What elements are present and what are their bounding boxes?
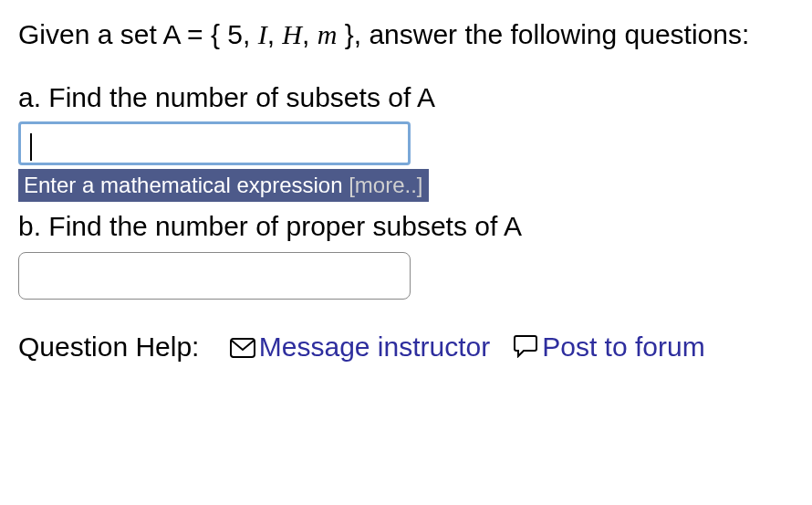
question-prompt: Given a set A = { 5, I, H, m }, answer t… [18, 16, 794, 54]
set-element-I: I [258, 19, 267, 49]
set-element-H: H [282, 19, 302, 49]
part-a-label: a. Find the number of subsets of A [18, 79, 794, 117]
input-hint-bar: Enter a mathematical expression [more..] [18, 169, 429, 202]
hint-more-link[interactable]: [more..] [349, 173, 422, 197]
part-b: b. Find the number of proper subsets of … [18, 208, 794, 300]
sep1: , [267, 19, 283, 49]
prompt-suffix: }, answer the following questions: [337, 19, 749, 49]
question-help-label: Question Help: [18, 331, 199, 362]
message-instructor-link[interactable]: Message instructor [259, 331, 490, 362]
speech-bubble-icon [513, 334, 538, 358]
envelope-icon [230, 338, 255, 358]
text-cursor [30, 133, 32, 161]
set-element-m: m [318, 19, 338, 49]
part-b-label: b. Find the number of proper subsets of … [18, 208, 794, 246]
part-b-input[interactable] [18, 252, 411, 300]
prompt-prefix: Given a set A = { 5, [18, 19, 258, 49]
post-to-forum-link[interactable]: Post to forum [542, 331, 704, 362]
svg-rect-0 [231, 339, 255, 357]
hint-text: Enter a mathematical expression [24, 173, 349, 197]
part-a-input[interactable] [18, 121, 411, 165]
question-help-row: Question Help: Message instructor Post t… [18, 329, 794, 366]
part-a: a. Find the number of subsets of A Enter… [18, 79, 794, 203]
sep2: , [302, 19, 318, 49]
